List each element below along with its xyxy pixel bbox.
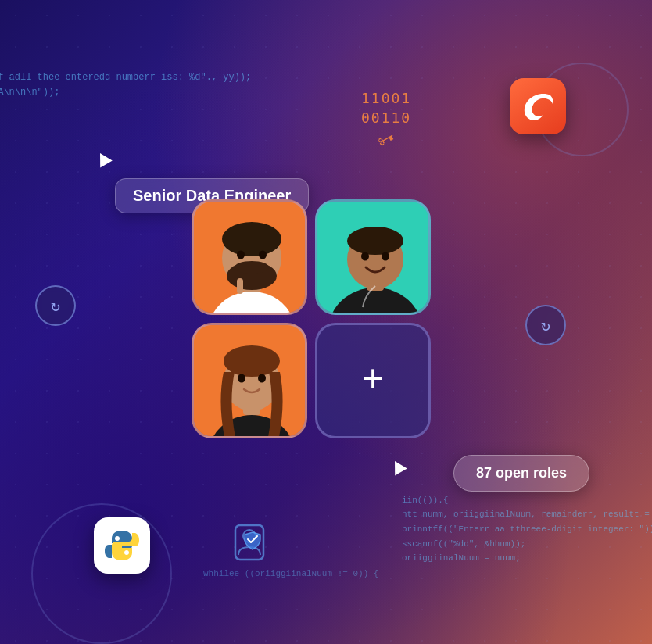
refresh-button-left[interactable]: ↻ xyxy=(35,285,76,326)
code-snippet-top-left: ff adll thee enteredd numberr iss: %d".,… xyxy=(0,70,251,100)
swift-icon xyxy=(510,78,566,134)
person-3-avatar xyxy=(194,325,307,438)
person-card-2[interactable] xyxy=(315,199,431,315)
open-roles-text: 87 open roles xyxy=(476,465,567,481)
add-person-button[interactable]: + xyxy=(315,323,431,438)
refresh-icon-right: ↻ xyxy=(541,316,550,335)
svg-point-22 xyxy=(238,374,245,383)
binary-icon: 11001 00110 🗝 xyxy=(361,90,411,150)
refresh-button-right[interactable]: ↻ xyxy=(525,305,566,345)
person-1-avatar xyxy=(194,202,307,315)
binary-row-1: 11001 xyxy=(361,90,411,106)
svg-point-23 xyxy=(258,374,266,383)
svg-point-15 xyxy=(361,252,369,261)
person-2-avatar xyxy=(317,202,431,315)
shield-svg xyxy=(231,522,274,569)
open-roles-badge: 87 open roles xyxy=(453,455,589,492)
key-icon: 🗝 xyxy=(374,126,399,152)
svg-point-6 xyxy=(235,261,269,274)
photo-grid: + xyxy=(192,199,431,438)
svg-point-8 xyxy=(259,251,267,259)
binary-row-2: 00110 xyxy=(361,109,411,126)
svg-point-16 xyxy=(382,252,389,261)
refresh-icon-left: ↻ xyxy=(51,296,60,316)
svg-rect-9 xyxy=(237,278,243,294)
svg-point-21 xyxy=(224,345,280,377)
shield-verify-icon xyxy=(231,522,274,581)
person-card-1[interactable] xyxy=(192,199,307,315)
svg-point-7 xyxy=(237,251,245,259)
code-snippet-bottom-right: iin(()).{ ntt numm, oriiggiinalNuum, rem… xyxy=(402,493,652,566)
person-card-3[interactable] xyxy=(192,323,307,438)
svg-point-4 xyxy=(222,222,281,256)
svg-point-14 xyxy=(347,227,403,255)
python-logo-svg xyxy=(104,528,140,564)
code-snippet-bottom-center: Whhilee ((oriiggiinalNuum != 0)) { xyxy=(203,567,378,581)
python-icon xyxy=(94,517,150,574)
plus-icon: + xyxy=(362,362,385,399)
swift-logo-svg xyxy=(521,89,555,123)
